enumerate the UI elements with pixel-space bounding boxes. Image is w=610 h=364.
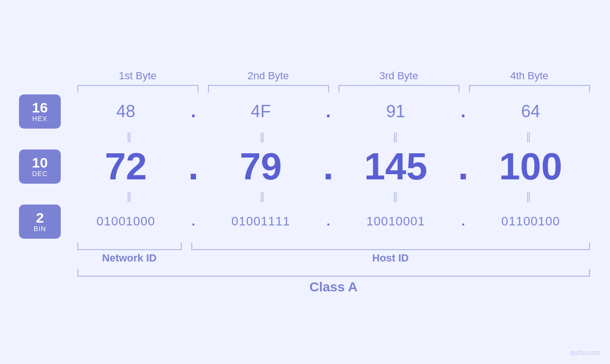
top-bracket-2 — [208, 85, 329, 93]
eq-3: || — [393, 131, 396, 142]
hex-values: 48 . 4F . 91 . 64 — [66, 102, 591, 121]
dec-val-2: 79 — [200, 145, 321, 188]
host-id-label: Host ID — [191, 252, 590, 264]
top-bracket-4 — [469, 85, 590, 93]
dec-dot-1: . — [186, 145, 200, 188]
network-id-bracket — [77, 243, 182, 250]
byte4-header: 4th Byte — [464, 70, 595, 85]
class-bracket — [77, 269, 590, 277]
eq-7: || — [393, 191, 396, 202]
class-bracket-row — [73, 269, 595, 277]
top-bracket-1 — [77, 85, 198, 93]
bin-row: 2 BIN 01001000 . 01001111 . 10010001 . 0… — [19, 205, 591, 239]
top-bracket-3 — [338, 85, 460, 93]
dec-badge-num: 10 — [32, 156, 47, 170]
dec-dot-2: . — [321, 145, 336, 188]
equals-row-2: || || || || — [16, 191, 595, 202]
hex-badge-num: 16 — [32, 101, 47, 115]
bin-dot-2: . — [321, 214, 336, 229]
dec-badge-label: DEC — [32, 170, 48, 177]
hex-dot-3: . — [456, 102, 470, 121]
hex-dot-1: . — [186, 102, 200, 121]
eq-5: || — [127, 191, 130, 202]
eq-2: || — [260, 131, 263, 142]
dec-val-1: 72 — [66, 145, 186, 188]
hex-dot-2: . — [321, 102, 336, 121]
dec-badge: 10 DEC — [19, 149, 61, 184]
byte1-header: 1st Byte — [73, 70, 203, 85]
dec-val-4: 100 — [470, 145, 591, 188]
eq-8: || — [526, 191, 530, 202]
eq-1: || — [127, 131, 130, 142]
host-id-bracket — [191, 243, 590, 250]
hex-val-3: 91 — [336, 102, 456, 121]
bin-dot-1: . — [186, 214, 200, 229]
watermark: ipshu.com — [570, 349, 601, 356]
bin-val-4: 01100100 — [470, 214, 591, 229]
bin-badge: 2 BIN — [19, 205, 61, 239]
eq-4: || — [526, 131, 530, 142]
hex-val-4: 64 — [470, 102, 591, 121]
network-id-label: Network ID — [77, 252, 182, 264]
hex-badge: 16 HEX — [19, 94, 61, 129]
bin-val-1: 01001000 — [66, 214, 186, 229]
bin-badge-num: 2 — [36, 211, 44, 225]
byte3-header: 3rd Byte — [334, 70, 464, 85]
bin-badge-label: BIN — [34, 225, 46, 233]
bin-val-2: 01001111 — [200, 214, 321, 229]
bin-val-3: 10010001 — [336, 214, 456, 229]
hex-val-2: 4F — [200, 102, 321, 121]
dec-dot-3: . — [456, 145, 470, 188]
bin-values: 01001000 . 01001111 . 10010001 . 0110010… — [66, 214, 591, 229]
id-labels: Network ID Host ID — [73, 252, 595, 264]
bin-dot-3: . — [456, 214, 470, 229]
dec-row: 10 DEC 72 . 79 . 145 . 100 — [19, 145, 591, 188]
eq-6: || — [260, 191, 263, 202]
dec-val-3: 145 — [336, 145, 456, 188]
hex-badge-label: HEX — [32, 115, 47, 122]
hex-val-1: 48 — [66, 102, 186, 121]
class-a-label: Class A — [73, 280, 595, 295]
dec-values: 72 . 79 . 145 . 100 — [66, 145, 591, 188]
byte2-header: 2nd Byte — [203, 70, 334, 85]
hex-row: 16 HEX 48 . 4F . 91 . 64 — [19, 94, 591, 129]
equals-row-1: || || || || — [16, 131, 595, 142]
